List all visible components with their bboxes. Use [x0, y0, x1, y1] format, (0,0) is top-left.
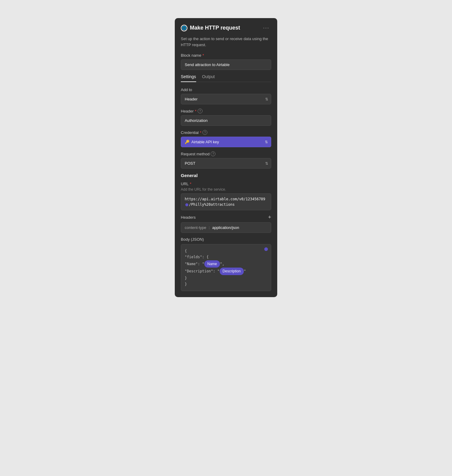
- header-value: application/json: [212, 225, 239, 230]
- globe-icon: 🌐: [181, 25, 187, 31]
- tab-output[interactable]: Output: [202, 74, 215, 82]
- header-key: content-type: [185, 225, 206, 230]
- add-to-label: Add to: [181, 87, 271, 92]
- request-method-label: Request method ?: [181, 151, 271, 156]
- name-tag-pill[interactable]: Name: [204, 260, 220, 268]
- body-line3-suffix: ",: [220, 262, 224, 266]
- body-line5: }: [185, 275, 267, 281]
- body-line6: }: [185, 281, 267, 287]
- header-field-label: Header * ?: [181, 109, 271, 113]
- panel-title: Make HTTP request: [190, 25, 240, 31]
- general-section-title: General: [181, 173, 271, 178]
- header-required-star: *: [195, 109, 196, 113]
- header-input[interactable]: [181, 115, 271, 126]
- headers-label-row: Headers +: [181, 214, 271, 220]
- body-line1: {: [185, 248, 267, 254]
- body-line4-suffix: ": [244, 269, 246, 273]
- url-input[interactable]: https://api.airtable.com/v0/123456789/Ph…: [181, 193, 271, 210]
- header-row: content-type : application/json: [181, 222, 271, 233]
- add-to-select-wrapper: Header ⇅: [181, 94, 271, 104]
- body-editor[interactable]: { "fields": { "Name": "Name", "Descripti…: [181, 244, 271, 291]
- url-label: URL *: [181, 182, 271, 186]
- panel-description: Set up the action to send or receive dat…: [181, 36, 271, 48]
- tab-settings[interactable]: Settings: [181, 74, 196, 82]
- url-field-group: URL * Add the URL for the service. https…: [181, 182, 271, 210]
- headers-section: Headers + content-type : application/jso…: [181, 214, 271, 233]
- url-badge: [185, 203, 188, 206]
- more-menu-button[interactable]: ···: [261, 24, 271, 32]
- credential-label: Credential * ?: [181, 130, 271, 135]
- block-name-label: Block name *: [181, 53, 271, 58]
- http-request-panel: 🌐 Make HTTP request ··· Set up the actio…: [175, 18, 277, 297]
- add-to-field: Add to Header ⇅: [181, 87, 271, 104]
- add-to-select[interactable]: Header: [181, 94, 271, 104]
- url-helper-text: Add the URL for the service.: [181, 187, 271, 192]
- header-colon: :: [209, 225, 210, 230]
- url-input-wrapper: https://api.airtable.com/v0/123456789/Ph…: [181, 193, 271, 210]
- credential-value: Airtable API key: [191, 140, 219, 144]
- panel-header: 🌐 Make HTTP request ···: [181, 24, 271, 32]
- panel-title-group: 🌐 Make HTTP request: [181, 25, 240, 31]
- credential-field-group: Credential * ? 🔑 Airtable API key ⇅: [181, 130, 271, 147]
- request-method-select[interactable]: POST: [181, 158, 271, 169]
- headers-label: Headers: [181, 215, 196, 220]
- block-name-field: Block name *: [181, 53, 271, 74]
- body-line3: "Name": "Name",: [185, 260, 267, 268]
- credential-help-icon[interactable]: ?: [202, 130, 207, 135]
- body-line2: "fields": {: [185, 254, 267, 260]
- credential-arrow-icon: ⇅: [265, 140, 268, 144]
- required-star: *: [202, 53, 204, 58]
- body-line4-prefix: "Description": ": [185, 269, 220, 273]
- body-label: Body (JSON): [181, 237, 271, 242]
- body-dot-indicator: [264, 247, 268, 251]
- body-line4: "Description": "Description": [185, 268, 267, 275]
- url-part1: https://api.airtable.com/v0/123456789: [185, 197, 265, 201]
- credential-select[interactable]: 🔑 Airtable API key ⇅: [181, 137, 271, 147]
- body-section: Body (JSON) { "fields": { "Name": "Name"…: [181, 237, 271, 291]
- request-method-select-wrapper: POST ⇅: [181, 158, 271, 169]
- body-line3-prefix: "Name": ": [185, 262, 204, 266]
- url-required-star: *: [190, 182, 191, 186]
- key-icon: 🔑: [185, 140, 190, 144]
- header-field-group: Header * ?: [181, 109, 271, 130]
- url-part2: /Philly%20attractions: [189, 202, 235, 207]
- credential-select-wrapper: 🔑 Airtable API key ⇅: [181, 137, 271, 147]
- block-name-input[interactable]: [181, 59, 271, 70]
- header-help-icon[interactable]: ?: [198, 109, 202, 113]
- request-method-help-icon[interactable]: ?: [211, 151, 215, 156]
- tabs: Settings Output: [181, 74, 271, 82]
- add-header-button[interactable]: +: [268, 214, 271, 220]
- description-tag-pill[interactable]: Description: [220, 268, 244, 275]
- credential-required-star: *: [200, 130, 201, 135]
- request-method-field: Request method ? POST ⇅: [181, 151, 271, 169]
